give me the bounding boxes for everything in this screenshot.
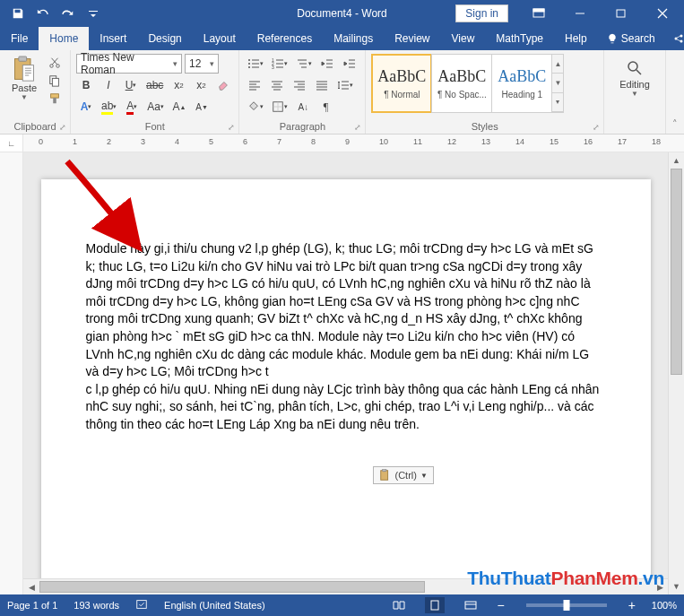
tab-review[interactable]: Review (384, 27, 440, 50)
font-size-combo[interactable]: 12▾ (185, 54, 219, 74)
style-no-spacing[interactable]: AaBbC ¶ No Spac... (431, 54, 492, 113)
align-center-icon (271, 80, 283, 91)
tab-layout[interactable]: Layout (193, 27, 247, 50)
clipboard-launcher-icon[interactable]: ⤢ (59, 123, 66, 132)
share-button[interactable]: Share (664, 27, 684, 50)
bold-button[interactable]: B (76, 75, 96, 95)
tab-references[interactable]: References (247, 27, 323, 50)
copy-button[interactable] (45, 72, 65, 90)
copy-icon (48, 74, 61, 87)
status-page[interactable]: Page 1 of 1 (7, 600, 57, 611)
multilevel-list-button[interactable]: ▾ (293, 54, 315, 74)
shrink-font-button[interactable]: A▼ (192, 97, 212, 117)
tab-design[interactable]: Design (137, 27, 192, 50)
view-print-layout-icon[interactable] (425, 597, 445, 613)
eraser-icon (217, 79, 229, 91)
numbering-button[interactable]: 123▾ (269, 54, 290, 74)
scroll-down-icon[interactable]: ▼ (669, 578, 684, 594)
font-color-button[interactable]: A▾ (122, 97, 142, 117)
status-words[interactable]: 193 words (74, 600, 119, 611)
scroll-up-icon[interactable]: ▲ (669, 152, 684, 169)
format-painter-button[interactable] (45, 90, 65, 108)
status-proofing-icon[interactable] (135, 598, 148, 612)
styles-gallery-more[interactable]: ▲▼▾ (551, 54, 564, 113)
svg-point-12 (50, 65, 54, 68)
ruler-vertical[interactable] (0, 152, 23, 594)
vertical-scrollbar[interactable]: ▲ ▼ (668, 152, 684, 594)
superscript-button[interactable]: x2 (191, 75, 211, 95)
paragraph-1[interactable]: Module này gi,i thi/u chung v2 l,p ghép … (86, 240, 606, 381)
group-styles: AaBbC ¶ Normal AaBbC ¶ No Spac... AaBbC … (366, 50, 604, 134)
style-normal[interactable]: AaBbC ¶ Normal (371, 54, 432, 113)
scroll-thumb[interactable] (671, 169, 682, 375)
save-icon[interactable] (7, 3, 29, 24)
minimize-icon[interactable] (560, 1, 600, 26)
italic-button[interactable]: I (99, 75, 118, 95)
bullets-button[interactable]: ▾ (245, 54, 266, 74)
ruler-horizontal[interactable]: ∟ 0123456789101112131415161718 (0, 134, 684, 152)
svg-rect-29 (431, 601, 438, 610)
view-web-layout-icon[interactable] (461, 597, 481, 613)
style-heading1[interactable]: AaBbC Heading 1 (491, 54, 552, 113)
paragraph-launcher-icon[interactable]: ⤢ (354, 123, 361, 132)
search-button[interactable]: Search (598, 27, 664, 50)
change-case-button[interactable]: Aa▾ (144, 97, 167, 117)
zoom-level[interactable]: 100% (652, 600, 677, 611)
close-icon[interactable] (643, 1, 682, 26)
tab-help[interactable]: Help (554, 27, 598, 50)
highlight-button[interactable]: ab▾ (99, 97, 119, 117)
document-body[interactable]: Module này gi,i thi/u chung v2 l,p ghép … (86, 240, 606, 434)
cut-button[interactable] (45, 54, 65, 72)
paste-options-button[interactable]: (Ctrl) ▼ (373, 466, 434, 484)
show-marks-button[interactable]: ¶ (316, 97, 335, 117)
zoom-slider[interactable] (526, 603, 607, 607)
status-language[interactable]: English (United States) (164, 600, 265, 611)
text-effects-button[interactable]: A▾ (76, 97, 96, 117)
underline-button[interactable]: U▾ (121, 75, 141, 95)
bullets-icon (247, 58, 260, 69)
justify-button[interactable] (312, 75, 332, 95)
tab-view[interactable]: View (441, 27, 486, 50)
paste-button[interactable]: Paste ▼ (5, 54, 43, 108)
editing-button[interactable]: Editing ▼ (610, 54, 660, 98)
hscroll-left-icon[interactable]: ◀ (23, 579, 39, 594)
view-read-mode-icon[interactable] (389, 597, 409, 613)
find-icon (626, 59, 644, 77)
maximize-icon[interactable] (602, 1, 641, 26)
sort-button[interactable]: A↓ (293, 97, 313, 117)
sign-in-button[interactable]: Sign in (455, 4, 508, 22)
font-name-combo[interactable]: Times New Roman▾ (76, 54, 182, 74)
grow-font-button[interactable]: A▲ (169, 97, 189, 117)
collapse-ribbon-icon[interactable]: ˄ (666, 50, 684, 134)
font-launcher-icon[interactable]: ⤢ (228, 123, 235, 132)
zoom-out-button[interactable]: − (497, 598, 504, 612)
increase-indent-button[interactable] (340, 54, 359, 74)
zoom-in-button[interactable]: + (628, 598, 636, 612)
undo-icon[interactable] (32, 3, 54, 24)
clear-formatting-button[interactable] (213, 75, 233, 95)
line-spacing-icon (337, 80, 350, 91)
tab-mathtype[interactable]: MathType (485, 27, 554, 50)
line-spacing-button[interactable]: ▾ (334, 75, 356, 95)
tab-file[interactable]: File (0, 27, 39, 50)
styles-launcher-icon[interactable]: ⤢ (593, 123, 600, 132)
align-left-button[interactable] (245, 75, 264, 95)
tab-insert[interactable]: Insert (89, 27, 137, 50)
align-center-button[interactable] (267, 75, 287, 95)
tab-home[interactable]: Home (39, 27, 89, 50)
redo-icon[interactable] (57, 3, 79, 24)
qat-customize-icon[interactable] (82, 3, 104, 24)
subscript-button[interactable]: x2 (169, 75, 188, 95)
tab-mailings[interactable]: Mailings (323, 27, 384, 50)
hscroll-thumb[interactable] (39, 581, 425, 593)
shading-button[interactable]: ▾ (245, 97, 266, 117)
paragraph-2[interactable]: c l,p ghép có hi/u quU. Nhing nEi dung n… (86, 381, 606, 434)
decrease-indent-button[interactable] (317, 54, 337, 74)
svg-text:3: 3 (272, 65, 274, 69)
align-right-button[interactable] (290, 75, 309, 95)
zoom-slider-thumb[interactable] (563, 600, 569, 611)
ribbon-display-options-icon[interactable] (519, 1, 558, 26)
strikethrough-button[interactable]: abc (143, 75, 166, 95)
borders-button[interactable]: ▾ (269, 97, 290, 117)
tab-selector[interactable]: ∟ (0, 134, 23, 152)
